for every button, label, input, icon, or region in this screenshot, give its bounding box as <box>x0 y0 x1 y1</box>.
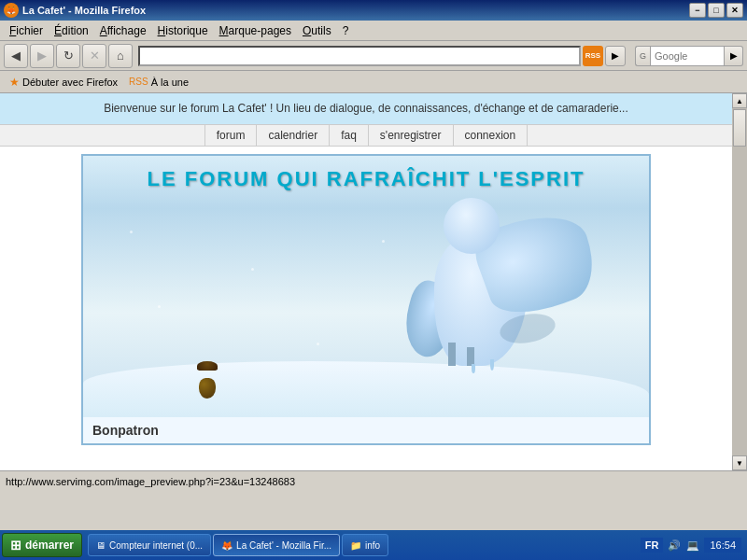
titlebar-left: 🦊 La Cafet' - Mozilla Firefox <box>4 3 146 18</box>
search-button[interactable]: ▶ <box>725 46 743 66</box>
forward-button[interactable]: ▶ <box>30 44 54 68</box>
status-url: http://www.servimg.com/image_preview.php… <box>6 476 295 487</box>
title-bar: 🦊 La Cafet' - Mozilla Firefox − □ ✕ <box>0 0 747 21</box>
minimize-button[interactable]: − <box>689 3 706 18</box>
firefox-icon: 🦊 <box>4 3 19 18</box>
bookmark-rss-icon: RSS <box>129 77 148 87</box>
language-indicator: FR <box>641 538 664 553</box>
nav-calendrier[interactable]: calendrier <box>257 125 330 146</box>
nav-forum[interactable]: forum <box>204 125 258 146</box>
menu-outils[interactable]: Outils <box>297 22 337 39</box>
close-button[interactable]: ✕ <box>726 3 743 18</box>
taskbar-item-firefox-icon: 🦊 <box>221 540 233 551</box>
browser-area: Bienvenue sur le forum La Cafet' ! Un li… <box>0 93 747 470</box>
window-title: La Cafet' - Mozilla Firefox <box>22 5 146 16</box>
bookmark-alune-label: À la une <box>151 77 189 88</box>
start-button[interactable]: ⊞ démarrer <box>2 533 82 557</box>
bookmark-debuter[interactable]: ★ Débuter avec Firefox <box>6 74 121 91</box>
status-bar: http://www.servimg.com/image_preview.php… <box>0 470 747 491</box>
bookmarks-bar: ★ Débuter avec Firefox RSS À la une <box>0 71 747 93</box>
google-search-icon: G <box>635 46 650 66</box>
welcome-text: Bienvenue sur le forum La Cafet' ! Un li… <box>104 102 628 115</box>
taskbar-item-info[interactable]: 📁 info <box>342 534 388 556</box>
scroll-thumb[interactable] <box>733 109 746 147</box>
forum-box: LE FORUM QUI RAFRAÎCHIT L'ESPRIT <box>81 154 651 445</box>
taskbar-tray: FR 🔊 💻 16:54 <box>637 538 745 553</box>
address-input[interactable]: http://cafet.1fr1.net/index.htm <box>138 46 581 66</box>
bookmark-star-icon: ★ <box>9 76 20 89</box>
bookmark-debuter-label: Débuter avec Firefox <box>22 77 118 88</box>
nav-senregistrer[interactable]: s'enregistrer <box>369 125 454 146</box>
menu-bar: Fichier Édition Affichage Historique Mar… <box>0 21 747 41</box>
network-tray-icon[interactable]: 💻 <box>685 538 700 553</box>
bookmark-alune[interactable]: RSS À la une <box>125 75 192 90</box>
nav-connexion[interactable]: connexion <box>454 125 529 146</box>
taskbar-item-compteur-label: Compteur internet (0... <box>109 540 203 551</box>
menu-help[interactable]: ? <box>337 22 355 39</box>
menu-affichage[interactable]: Affichage <box>94 22 152 39</box>
taskbar: ⊞ démarrer 🖥 Compteur internet (0... 🦊 L… <box>0 530 747 560</box>
rss-button[interactable]: RSS <box>583 46 603 66</box>
play-button[interactable]: ▶ <box>605 46 626 66</box>
search-input[interactable] <box>650 46 725 66</box>
reload-button[interactable]: ↻ <box>56 44 80 68</box>
page-nav: forum calendrier faq s'enregistrer conne… <box>0 124 732 147</box>
taskbar-item-compteur-icon: 🖥 <box>96 540 106 551</box>
taskbar-items: 🖥 Compteur internet (0... 🦊 La Cafet' - … <box>88 534 631 556</box>
scroll-down-button[interactable]: ▼ <box>732 455 747 470</box>
taskbar-item-firefox[interactable]: 🦊 La Cafet' - Mozilla Fir... <box>213 534 340 556</box>
taskbar-item-firefox-label: La Cafet' - Mozilla Fir... <box>236 540 331 551</box>
start-label: démarrer <box>25 539 74 552</box>
webpage: Bienvenue sur le forum La Cafet' ! Un li… <box>0 93 732 470</box>
system-clock: 16:54 <box>704 538 741 553</box>
snow-ground <box>83 361 649 417</box>
back-button[interactable]: ◀ <box>4 44 28 68</box>
page-content: LE FORUM QUI RAFRAÎCHIT L'ESPRIT <box>0 147 732 453</box>
acorn-image <box>195 361 218 389</box>
windows-logo-icon: ⊞ <box>10 538 21 553</box>
scroll-track[interactable] <box>732 108 747 455</box>
volume-tray-icon[interactable]: 🔊 <box>667 538 682 553</box>
menu-edition[interactable]: Édition <box>49 22 94 39</box>
scrollbar: ▲ ▼ <box>732 93 747 470</box>
taskbar-item-info-icon: 📁 <box>350 540 361 551</box>
search-box: G ▶ <box>635 46 743 66</box>
address-bar: http://cafet.1fr1.net/index.htm RSS ▶ <box>138 46 626 66</box>
scroll-up-button[interactable]: ▲ <box>732 93 747 108</box>
menu-marquepages[interactable]: Marque-pages <box>214 22 297 39</box>
taskbar-item-compteur[interactable]: 🖥 Compteur internet (0... <box>88 534 211 556</box>
home-button[interactable]: ⌂ <box>108 44 133 68</box>
taskbar-item-info-label: info <box>365 540 380 551</box>
forum-author: Bonpatron <box>83 417 649 443</box>
menu-historique[interactable]: Historique <box>152 22 214 39</box>
forum-image-area: LE FORUM QUI RAFRAÎCHIT L'ESPRIT <box>83 156 649 417</box>
menu-fichier[interactable]: Fichier <box>4 22 49 39</box>
page-header: Bienvenue sur le forum La Cafet' ! Un li… <box>0 93 732 124</box>
stop-button[interactable]: ✕ <box>82 44 106 68</box>
maximize-button[interactable]: □ <box>708 3 725 18</box>
titlebar-buttons[interactable]: − □ ✕ <box>689 3 743 18</box>
toolbar: ◀ ▶ ↻ ✕ ⌂ http://cafet.1fr1.net/index.ht… <box>0 41 747 71</box>
nav-faq[interactable]: faq <box>330 125 369 146</box>
